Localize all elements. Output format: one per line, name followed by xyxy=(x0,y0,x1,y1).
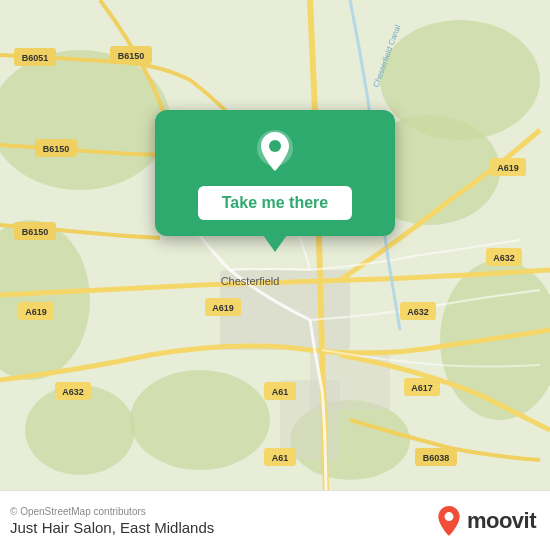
svg-text:A61: A61 xyxy=(272,387,289,397)
svg-text:A617: A617 xyxy=(411,383,433,393)
svg-text:A632: A632 xyxy=(62,387,84,397)
map-container: B6051 B6150 B6150 B6150 A619 A619 A619 A… xyxy=(0,0,550,490)
moovit-pin-icon xyxy=(435,505,463,537)
svg-text:A619: A619 xyxy=(25,307,47,317)
svg-text:B6051: B6051 xyxy=(22,53,49,63)
bottom-bar: © OpenStreetMap contributors Just Hair S… xyxy=(0,490,550,550)
svg-point-44 xyxy=(444,512,453,521)
attribution-text: © OpenStreetMap contributors xyxy=(10,506,214,517)
svg-text:A632: A632 xyxy=(407,307,429,317)
location-pin-icon xyxy=(251,128,299,176)
svg-point-5 xyxy=(130,370,270,470)
svg-text:Chesterfield: Chesterfield xyxy=(221,275,280,287)
svg-text:B6150: B6150 xyxy=(118,51,145,61)
svg-text:A632: A632 xyxy=(493,253,515,263)
svg-text:B6038: B6038 xyxy=(423,453,450,463)
take-me-there-button[interactable]: Take me there xyxy=(198,186,352,220)
svg-text:A619: A619 xyxy=(497,163,519,173)
svg-text:B6150: B6150 xyxy=(22,227,49,237)
svg-text:A619: A619 xyxy=(212,303,234,313)
location-name: Just Hair Salon, East Midlands xyxy=(10,519,214,536)
moovit-logo: moovit xyxy=(435,505,536,537)
svg-point-43 xyxy=(269,140,281,152)
popup-card: Take me there xyxy=(155,110,395,236)
moovit-text: moovit xyxy=(467,508,536,534)
svg-text:A61: A61 xyxy=(272,453,289,463)
svg-text:B6150: B6150 xyxy=(43,144,70,154)
bottom-left-info: © OpenStreetMap contributors Just Hair S… xyxy=(10,506,214,536)
